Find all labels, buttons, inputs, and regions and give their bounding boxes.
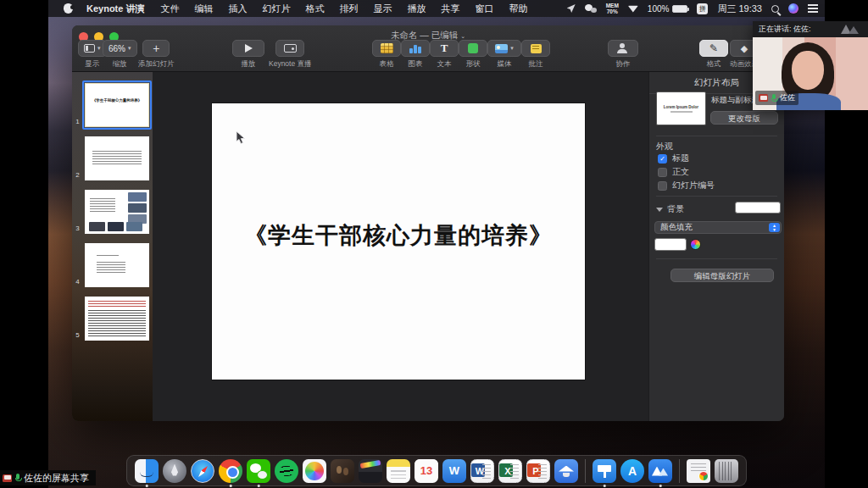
appearance-label: 外观: [656, 141, 673, 152]
slide-canvas[interactable]: 《学生干部核心力量的培养》: [153, 72, 648, 421]
notes-icon[interactable]: [387, 459, 410, 483]
slide-thumbnail-5[interactable]: 5: [72, 297, 153, 344]
input-method-icon[interactable]: 拼: [697, 3, 708, 14]
webcam-panel[interactable]: 正在讲话: 佐佐: 佐佐: [753, 21, 868, 110]
app-store-icon[interactable]: A: [620, 459, 644, 483]
checkbox-unchecked-icon[interactable]: [658, 168, 667, 177]
background-color-swatch[interactable]: [735, 202, 781, 214]
change-master-button[interactable]: 更改母版: [710, 111, 778, 125]
view-icon: [84, 44, 95, 53]
education-app-icon[interactable]: [554, 459, 578, 483]
format-button[interactable]: ✎ 格式: [699, 40, 728, 69]
menu-item-edit[interactable]: 编辑: [186, 3, 220, 15]
menu-item-arrange[interactable]: 排列: [331, 3, 365, 15]
trash-icon[interactable]: [715, 459, 738, 483]
wifi-icon[interactable]: [628, 5, 638, 13]
apple-menu-icon[interactable]: [64, 3, 73, 14]
edit-master-button[interactable]: 编辑母版幻灯片: [670, 269, 774, 282]
checkbox-checked-icon[interactable]: ✓: [658, 154, 667, 164]
speaking-indicator: 正在讲话: 佐佐:: [759, 24, 811, 35]
comment-icon: [531, 44, 542, 53]
mouse-cursor: [236, 131, 246, 148]
webcam-header: 正在讲话: 佐佐:: [753, 21, 868, 37]
master-slide-thumbnail[interactable]: Lorem Ipsum Dolor: [656, 92, 706, 125]
wechat-icon[interactable]: [247, 459, 270, 483]
comment-button[interactable]: 批注: [521, 40, 550, 69]
final-cut-pro-icon[interactable]: [359, 459, 382, 483]
meeting-shared-screen: Keynote 讲演 文件 编辑 插入 幻灯片 格式 排列 显示 播放 共享 窗…: [0, 0, 868, 488]
spotlight-search-icon[interactable]: [771, 5, 779, 13]
format-inspector: 幻灯片布局 Lorem Ipsum Dolor 标题与副标题 更改母版 外观 ✓…: [648, 72, 784, 421]
shape-icon: [468, 43, 478, 53]
memory-monitor[interactable]: MEM70%: [606, 3, 619, 14]
chrome-icon[interactable]: [219, 459, 242, 483]
menu-item-slide[interactable]: 幻灯片: [254, 3, 298, 15]
siri-icon[interactable]: [788, 3, 798, 14]
menu-item-insert[interactable]: 插入: [220, 3, 254, 15]
background-section-label[interactable]: 背景: [656, 203, 684, 215]
add-slide-button[interactable]: + 添加幻灯片: [138, 40, 175, 69]
excel-icon[interactable]: X: [498, 459, 522, 483]
slide-title-text[interactable]: 《学生干部核心力量的培养》: [212, 220, 585, 251]
slide-thumbnail-2[interactable]: 2: [72, 136, 153, 184]
insert-text-button[interactable]: T 文本: [430, 40, 459, 69]
play-icon: [245, 44, 253, 53]
current-slide[interactable]: 《学生干部核心力量的培养》: [212, 103, 585, 380]
voov-meeting-icon[interactable]: [648, 459, 672, 483]
wps-office-icon[interactable]: W: [442, 459, 466, 483]
webcam-video[interactable]: 佐佐: [753, 37, 868, 110]
slide-navigator: 1 《学生干部核心力量的培养》 2 3: [72, 72, 153, 421]
launchpad-icon[interactable]: [163, 459, 186, 483]
finder-icon[interactable]: [135, 459, 159, 483]
checkbox-unchecked-icon[interactable]: [658, 181, 667, 191]
body-checkbox-row[interactable]: 正文: [658, 166, 689, 178]
downloads-icon[interactable]: [687, 459, 710, 483]
meeting-app-logo-icon: [841, 25, 861, 34]
notification-center-icon[interactable]: [808, 4, 818, 13]
battery-status[interactable]: 100%: [648, 4, 688, 14]
menu-item-window[interactable]: 窗口: [467, 3, 501, 15]
menu-item-play[interactable]: 播放: [399, 3, 433, 15]
title-checkbox-row[interactable]: ✓ 标题: [658, 152, 689, 164]
collaborate-button[interactable]: 协作: [608, 40, 638, 69]
powerpoint-icon[interactable]: P: [526, 459, 550, 483]
menu-item-file[interactable]: 文件: [153, 3, 186, 15]
word-icon[interactable]: W: [470, 459, 494, 483]
keynote-toolbar: 未命名 — 已编辑 ⌄ ▾ 显示 66%▾ 缩放 + 添加幻灯片: [72, 25, 784, 72]
insert-table-button[interactable]: 表格: [372, 40, 401, 69]
remote-tool-icon[interactable]: [567, 4, 576, 13]
menu-item-share[interactable]: 共享: [433, 3, 467, 15]
slide-thumbnail-3[interactable]: 3: [72, 190, 153, 237]
keynote-icon[interactable]: [593, 459, 616, 483]
insert-media-button[interactable]: ▾ 媒体: [487, 40, 521, 69]
zoom-control[interactable]: 66%▾ 缩放: [103, 40, 137, 69]
fill-color-well[interactable]: [654, 238, 687, 251]
keynote-live-button[interactable]: Keynote 直播: [269, 40, 312, 69]
insert-shape-button[interactable]: 形状: [459, 40, 487, 69]
screen-share-banner[interactable]: 佐佐的屏幕共享: [0, 470, 96, 485]
chart-icon: [409, 43, 421, 53]
dropdown-stepper-icon[interactable]: ▲▼: [769, 223, 780, 232]
menu-clock[interactable]: 周三 19:33: [717, 3, 762, 15]
menu-item-help[interactable]: 帮助: [501, 3, 535, 15]
slide-thumbnail-1[interactable]: 1 《学生干部核心力量的培养》: [72, 83, 153, 130]
menu-app-name[interactable]: Keynote 讲演: [78, 3, 153, 15]
menu-item-view[interactable]: 显示: [365, 3, 399, 15]
safari-icon[interactable]: [191, 459, 214, 483]
insert-chart-button[interactable]: 图表: [401, 40, 430, 69]
photos-icon[interactable]: [303, 459, 326, 483]
fill-type-dropdown[interactable]: 颜色填充 ▲▼: [654, 221, 782, 234]
menu-item-format[interactable]: 格式: [298, 3, 331, 15]
calendar-icon[interactable]: 13: [415, 459, 438, 483]
play-button[interactable]: 播放: [232, 40, 264, 69]
microphone-icon: [771, 94, 777, 103]
dark-app-icon[interactable]: [331, 459, 354, 483]
spotify-icon[interactable]: [275, 459, 298, 483]
mac-desktop: Keynote 讲演 文件 编辑 插入 幻灯片 格式 排列 显示 播放 共享 窗…: [48, 0, 825, 488]
disclosure-triangle-icon[interactable]: [656, 208, 663, 212]
slide-thumbnail-4[interactable]: 4: [72, 243, 153, 291]
participant-status: 佐佐: [755, 91, 798, 105]
wechat-status-icon[interactable]: [585, 4, 597, 13]
slide-number-checkbox-row[interactable]: 幻灯片编号: [658, 180, 715, 191]
color-picker-wheel-icon[interactable]: [690, 239, 701, 250]
